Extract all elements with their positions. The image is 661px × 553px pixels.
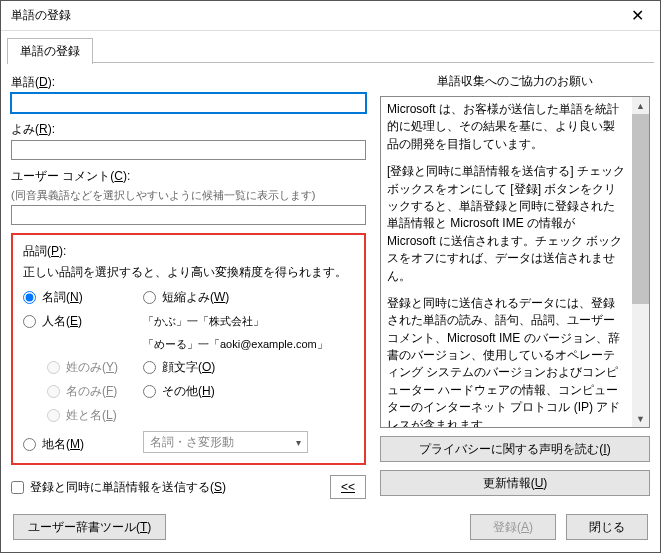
tab-row: 単語の登録 xyxy=(1,31,660,63)
radio-place[interactable]: 地名(M) xyxy=(23,436,143,453)
titlebar: 単語の登録 ✕ xyxy=(1,1,660,31)
radio-kaomoji[interactable]: 顔文字(O) xyxy=(143,359,343,376)
collapse-button[interactable]: << xyxy=(330,475,366,499)
part-of-speech-group: 品詞(P): 正しい品詞を選択すると、より高い変換精度を得られます。 名詞(N)… xyxy=(11,233,366,465)
radio-surname-only: 姓のみ(Y) xyxy=(47,359,143,376)
tab-word-registration[interactable]: 単語の登録 xyxy=(7,38,93,64)
radio-person-name[interactable]: 人名(E) xyxy=(23,313,143,330)
register-button[interactable]: 登録(A) xyxy=(470,514,556,540)
scrollbar[interactable]: ▲ ▼ xyxy=(632,97,649,427)
yomi-label: よみ(R): xyxy=(11,121,366,138)
update-info-button[interactable]: 更新情報(U) xyxy=(380,470,650,496)
bottom-bar: ユーザー辞書ツール(T) 登録(A) 閉じる xyxy=(1,504,660,552)
scroll-down-icon[interactable]: ▼ xyxy=(632,410,649,427)
info-text: Microsoft は、お客様が送信した単語を統計的に処理し、その結果を基に、よ… xyxy=(381,97,632,427)
radio-other[interactable]: その他(H) xyxy=(143,383,343,400)
other-subtype-select[interactable]: 名詞・さ変形動 ▾ xyxy=(143,431,308,453)
radio-fullname: 姓と名(L) xyxy=(47,407,143,424)
window: 単語の登録 ✕ 単語の登録 単語(D): よみ(R): ユーザー コメント(C)… xyxy=(0,0,661,553)
close-icon[interactable]: ✕ xyxy=(615,1,660,31)
scrollbar-thumb[interactable] xyxy=(632,114,649,304)
info-title: 単語収集へのご協力のお願い xyxy=(380,73,650,90)
radio-short-reading[interactable]: 短縮よみ(W) xyxy=(143,289,343,306)
word-label: 単語(D): xyxy=(11,74,366,91)
comment-input[interactable] xyxy=(11,205,366,225)
window-title: 単語の登録 xyxy=(11,7,615,24)
comment-label: ユーザー コメント(C): xyxy=(11,168,366,185)
scroll-up-icon[interactable]: ▲ xyxy=(632,97,649,114)
privacy-button[interactable]: プライバシーに関する声明を読む(I) xyxy=(380,436,650,462)
radio-noun[interactable]: 名詞(N) xyxy=(23,289,143,306)
content: 単語(D): よみ(R): ユーザー コメント(C): (同音異義語などを選択し… xyxy=(1,63,660,504)
user-dictionary-tool-button[interactable]: ユーザー辞書ツール(T) xyxy=(13,514,166,540)
send-info-checkbox[interactable]: 登録と同時に単語情報を送信する(S) xyxy=(11,479,226,496)
example-mail: 「めーる」一「aoki@example.com」 xyxy=(143,337,343,352)
info-box: Microsoft は、お客様が送信した単語を統計的に処理し、その結果を基に、よ… xyxy=(380,96,650,428)
example-kabu: 「かぶ」一「株式会社」 xyxy=(143,314,343,329)
left-pane: 単語(D): よみ(R): ユーザー コメント(C): (同音異義語などを選択し… xyxy=(11,71,366,496)
right-pane: 単語収集へのご協力のお願い Microsoft は、お客様が送信した単語を統計的… xyxy=(380,71,650,496)
comment-hint: (同音異義語などを選択しやすいように候補一覧に表示します) xyxy=(11,188,366,203)
hinshi-title: 品詞(P): xyxy=(23,243,354,260)
radio-given-only: 名のみ(F) xyxy=(47,383,143,400)
close-button[interactable]: 閉じる xyxy=(566,514,648,540)
word-input[interactable] xyxy=(11,93,366,113)
yomi-input[interactable] xyxy=(11,140,366,160)
chevron-down-icon: ▾ xyxy=(296,437,301,448)
hinshi-desc: 正しい品詞を選択すると、より高い変換精度を得られます。 xyxy=(23,264,354,281)
